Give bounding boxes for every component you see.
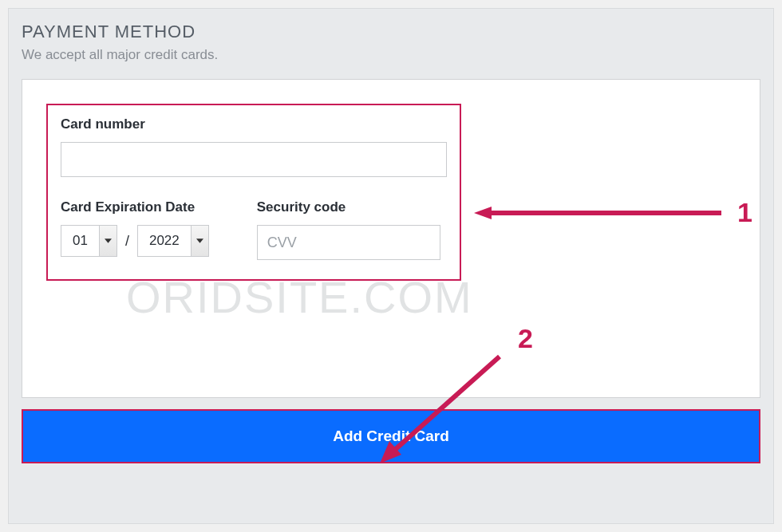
expiration-year-select[interactable]: 2022 <box>137 225 209 257</box>
expiration-month-value: 01 <box>61 233 99 249</box>
svg-marker-1 <box>196 238 203 242</box>
section-title: PAYMENT METHOD <box>22 22 760 42</box>
security-code-label: Security code <box>257 199 440 215</box>
security-group: Security code <box>257 199 440 260</box>
annotation-arrow-1: 1 <box>474 197 752 228</box>
payment-method-panel: PAYMENT METHOD We accept all major credi… <box>8 8 774 524</box>
expiration-month-select[interactable]: 01 <box>61 225 117 257</box>
highlighted-card-fields: Card number Card Expiration Date 01 / <box>46 104 461 281</box>
cvv-input[interactable] <box>257 225 440 260</box>
card-number-label: Card number <box>61 116 447 132</box>
svg-marker-0 <box>105 238 112 242</box>
card-form-panel: Card number Card Expiration Date 01 / <box>22 79 760 398</box>
chevron-down-icon <box>99 226 117 256</box>
chevron-down-icon <box>191 226 208 256</box>
expiration-security-row: Card Expiration Date 01 / 2022 <box>61 199 447 260</box>
card-number-input[interactable] <box>61 142 447 177</box>
svg-marker-3 <box>474 207 492 219</box>
annotation-number-2: 2 <box>518 323 533 354</box>
date-separator: / <box>122 233 132 250</box>
annotation-number-1: 1 <box>737 197 752 228</box>
expiration-group: Card Expiration Date 01 / 2022 <box>61 199 209 260</box>
expiration-year-value: 2022 <box>138 233 191 249</box>
section-subtitle: We accept all major credit cards. <box>22 47 760 63</box>
add-credit-card-button[interactable]: Add Credit Card <box>22 409 760 463</box>
expiration-label: Card Expiration Date <box>61 199 209 215</box>
